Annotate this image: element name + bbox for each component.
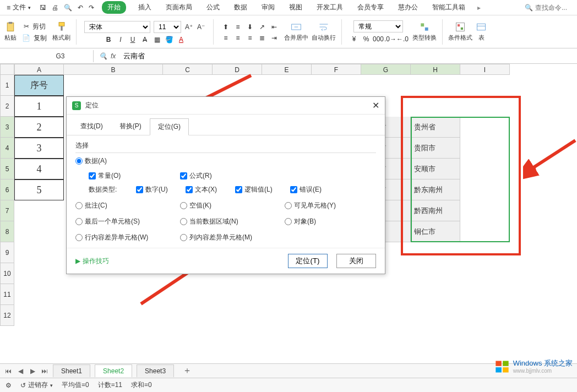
align-right-icon[interactable]: ≡ — [246, 34, 254, 42]
tab-hui[interactable]: 慧办公 — [396, 1, 420, 14]
merge-center-button[interactable]: 合并居中 — [284, 21, 308, 42]
sheet-tab-3[interactable]: Sheet3 — [137, 364, 174, 377]
col-header-D[interactable]: D — [213, 64, 262, 75]
cell-A6[interactable]: 5 — [14, 179, 64, 200]
radio-coldiff[interactable]: 列内容差异单元格(M) — [180, 233, 285, 242]
cell-A2[interactable]: 1 — [14, 96, 64, 117]
print-icon[interactable]: 🖨 — [52, 4, 58, 12]
inc-decimal-icon[interactable]: .0→ — [386, 35, 395, 43]
tab-formula[interactable]: 公式 — [204, 1, 222, 14]
cell-H6[interactable]: 黔东南州 — [411, 179, 460, 200]
align-mid-icon[interactable]: ≡ — [233, 23, 242, 31]
radio-data[interactable]: 数据(A) — [75, 156, 180, 166]
font-color-icon[interactable]: A — [177, 35, 186, 44]
tab-insert[interactable]: 插入 — [136, 1, 154, 14]
row-header-8[interactable]: 8 — [0, 221, 14, 242]
save-icon[interactable]: 🖫 — [40, 4, 46, 12]
more-tabs-icon[interactable]: ▸ — [477, 4, 481, 12]
row-header-7[interactable]: 7 — [0, 200, 14, 221]
file-menu[interactable]: ≡文件▾ — [3, 2, 34, 13]
check-const[interactable]: 常量(O) — [75, 171, 180, 181]
percent-icon[interactable]: % — [362, 35, 371, 43]
row-header-2[interactable]: 2 — [0, 96, 14, 117]
col-header-A[interactable]: A — [14, 64, 64, 75]
tab-review[interactable]: 审阅 — [259, 1, 277, 14]
tab-home[interactable]: 开始 — [102, 1, 126, 14]
orientation-icon[interactable]: ↗ — [258, 23, 266, 31]
sheet-tab-2[interactable]: Sheet2 — [95, 364, 132, 377]
col-header-H[interactable]: H — [411, 64, 460, 75]
tab-page-layout[interactable]: 页面布局 — [164, 1, 194, 14]
tab-dev[interactable]: 开发工具 — [314, 1, 345, 14]
dialog-titlebar[interactable]: S 定位 ✕ — [67, 97, 385, 115]
indent-dec-icon[interactable]: ⇤ — [270, 23, 279, 31]
strike-icon[interactable]: A̶ — [140, 35, 149, 44]
radio-comment[interactable]: 批注(C) — [75, 201, 180, 210]
sheet-prev-icon[interactable]: ◀ — [17, 367, 24, 375]
row-header-1[interactable]: 1 — [0, 75, 14, 96]
radio-curregion[interactable]: 当前数据区域(N) — [180, 217, 285, 226]
cell-H8[interactable]: 铜仁市 — [411, 221, 460, 242]
cell-H7[interactable]: 黔西南州 — [411, 200, 460, 221]
command-search[interactable]: 🔍 — [525, 4, 574, 12]
indent-inc-icon[interactable]: ⇥ — [270, 34, 279, 42]
table-style-button[interactable]: 表 — [476, 21, 487, 42]
col-header-E[interactable]: E — [262, 64, 312, 75]
cell-header-A1[interactable]: 序号 — [14, 75, 64, 96]
radio-object[interactable]: 对象(B) — [285, 217, 389, 226]
options-icon[interactable]: ⚙ — [6, 382, 12, 389]
col-header-B[interactable]: B — [64, 64, 163, 75]
preview-icon[interactable]: 🔍 — [64, 4, 72, 12]
cell-H5[interactable]: 安顺市 — [411, 159, 460, 179]
col-header-F[interactable]: F — [312, 64, 361, 75]
align-bot-icon[interactable]: ⬇ — [246, 23, 254, 31]
row-header-5[interactable]: 5 — [0, 159, 14, 179]
name-box[interactable]: G3 — [28, 50, 94, 62]
goto-button[interactable]: 定位(T) — [288, 254, 328, 268]
tab-member[interactable]: 会员专享 — [355, 1, 386, 14]
close-button[interactable]: 关闭 — [336, 254, 376, 268]
tab-view[interactable]: 视图 — [287, 1, 304, 14]
redo-icon[interactable]: ↷ — [89, 4, 94, 12]
border-icon[interactable]: ▦ — [153, 35, 161, 44]
format-painter-button[interactable]: 格式刷 — [52, 21, 70, 42]
align-top-icon[interactable]: ⬆ — [221, 23, 230, 31]
row-header-11[interactable]: 11 — [0, 284, 14, 305]
currency-icon[interactable]: ¥ — [350, 35, 358, 43]
comma-icon[interactable]: 000 — [374, 35, 383, 43]
cell-A5[interactable]: 4 — [14, 159, 64, 179]
radio-last[interactable]: 最后一个单元格(S) — [75, 217, 180, 226]
dialog-tab-goto[interactable]: 定位(G) — [150, 118, 189, 135]
check-text[interactable]: 文本(X) — [186, 185, 235, 194]
row-header-10[interactable]: 10 — [0, 263, 14, 284]
fx-icon[interactable]: fx — [111, 52, 116, 60]
sheet-first-icon[interactable]: ⏮ — [4, 367, 12, 375]
check-number[interactable]: 数字(U) — [136, 185, 186, 194]
sheet-next-icon[interactable]: ▶ — [29, 367, 36, 375]
type-convert-button[interactable]: 类型转换 — [412, 21, 437, 42]
tab-data[interactable]: 数据 — [232, 1, 249, 14]
radio-visible[interactable]: 可见单元格(Y) — [285, 201, 389, 210]
undo-icon[interactable]: ↶ — [78, 4, 83, 12]
close-icon[interactable]: ✕ — [372, 100, 379, 111]
dialog-tab-replace[interactable]: 替换(P) — [111, 118, 150, 135]
copy-icon[interactable]: 📄 — [22, 34, 30, 42]
decrease-font-icon[interactable]: A⁻ — [197, 23, 205, 31]
row-header-12[interactable]: 12 — [0, 305, 14, 326]
col-header-G[interactable]: G — [361, 64, 411, 75]
tab-smart[interactable]: 智能工具箱 — [430, 1, 467, 14]
zoom-icon[interactable]: 🔍 — [99, 52, 107, 60]
row-header-9[interactable]: 9 — [0, 242, 14, 263]
add-sheet-icon[interactable]: ＋ — [178, 365, 196, 377]
dec-decimal-icon[interactable]: ←.0 — [398, 35, 407, 43]
cond-format-button[interactable]: 条件格式 — [448, 21, 472, 42]
paste-button[interactable]: 粘贴 — [4, 21, 17, 42]
font-name-select[interactable]: 宋体 — [84, 21, 150, 33]
status-undo[interactable]: ↺进销存▾ — [20, 380, 53, 390]
row-header-6[interactable]: 6 — [0, 179, 14, 200]
check-logic[interactable]: 逻辑值(L) — [235, 185, 290, 194]
align-center-icon[interactable]: ≡ — [233, 34, 242, 42]
underline-icon[interactable]: U — [128, 35, 137, 44]
number-format-select[interactable]: 常规 — [353, 20, 403, 32]
font-size-select[interactable]: 11 — [154, 21, 181, 33]
